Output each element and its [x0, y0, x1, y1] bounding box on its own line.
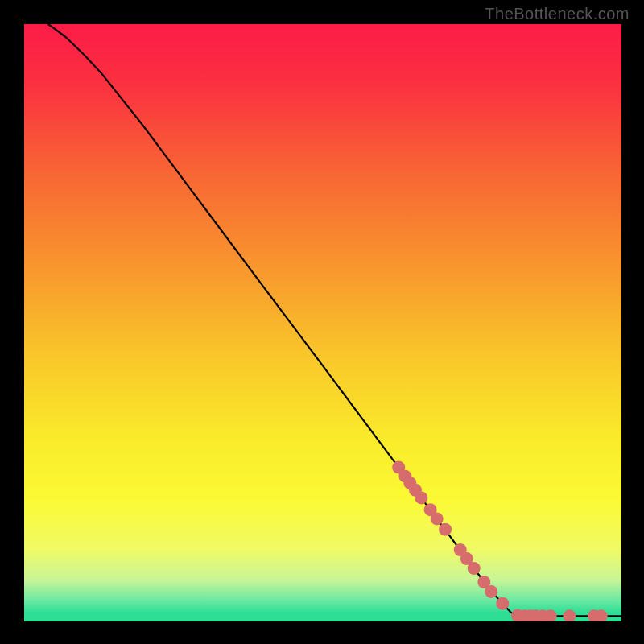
data-marker — [496, 597, 509, 610]
bottleneck-chart — [24, 24, 621, 621]
attribution-text: TheBottleneck.com — [485, 5, 630, 23]
chart-background — [24, 24, 621, 621]
data-marker — [468, 562, 481, 575]
data-marker — [415, 491, 427, 504]
data-marker — [431, 512, 444, 525]
data-marker — [485, 585, 497, 598]
data-marker — [439, 523, 452, 536]
